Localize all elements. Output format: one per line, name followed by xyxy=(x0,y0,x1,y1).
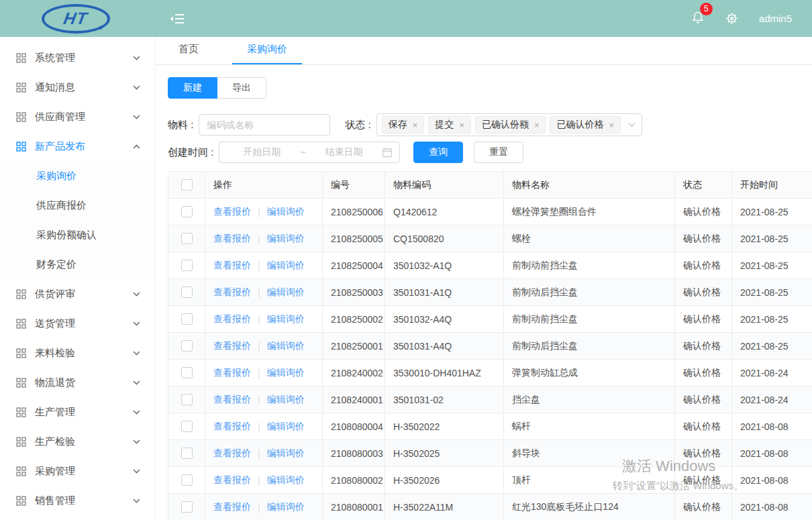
action-divider: | xyxy=(258,314,260,325)
tag-close-icon[interactable]: × xyxy=(534,121,540,129)
view-quote-link[interactable]: 查看报价 xyxy=(213,340,251,352)
row-checkbox[interactable] xyxy=(181,394,193,405)
company-logo[interactable]: HT xyxy=(42,4,110,34)
edit-inquiry-link[interactable]: 编辑询价 xyxy=(267,474,305,486)
view-quote-link[interactable]: 查看报价 xyxy=(213,287,251,299)
settings-button[interactable] xyxy=(725,11,739,25)
filter-row-date: 创建时间 : 开始日期 ~ 结束日期 查询 重置 xyxy=(168,142,812,163)
edit-inquiry-link[interactable]: 编辑询价 xyxy=(267,421,305,433)
sidebar-item-13[interactable]: 生产管理 xyxy=(0,397,155,427)
view-quote-link[interactable]: 查看报价 xyxy=(213,313,251,325)
tab-home[interactable]: 首页 xyxy=(173,43,204,64)
toolbar: 新建 导出 xyxy=(168,77,812,99)
sidebar-item-11[interactable]: 来料检验 xyxy=(0,338,155,368)
sidebar-item-label: 采购管理 xyxy=(35,465,133,478)
sidebar-item-15[interactable]: 采购管理 xyxy=(0,456,155,486)
grid-icon xyxy=(16,407,26,417)
sidebar-collapse-button[interactable] xyxy=(169,12,185,25)
view-quote-link[interactable]: 查看报价 xyxy=(213,206,251,218)
reset-button[interactable]: 重置 xyxy=(474,142,523,163)
cell-start-time: 2021-08-08 xyxy=(732,494,812,520)
status-tag[interactable]: 保存 × xyxy=(382,116,425,134)
status-multiselect[interactable]: 保存 × 提交 × 已确认份额 × 已确认价格 × xyxy=(376,113,642,136)
sidebar-item-12[interactable]: 物流退货 xyxy=(0,368,155,397)
edit-inquiry-link[interactable]: 编辑询价 xyxy=(267,394,305,406)
row-checkbox[interactable] xyxy=(181,501,193,513)
cell-number: 2108080002 xyxy=(323,467,385,494)
row-checkbox[interactable] xyxy=(181,206,193,217)
action-divider: | xyxy=(258,260,260,271)
edit-inquiry-link[interactable]: 编辑询价 xyxy=(267,287,305,299)
sidebar-item-2[interactable]: 通知消息 xyxy=(0,72,155,102)
action-divider: | xyxy=(258,502,260,513)
edit-inquiry-link[interactable]: 编辑询价 xyxy=(267,448,305,460)
row-actions: 查看报价 | 编辑询价 xyxy=(213,474,314,486)
table-row: 查看报价 | 编辑询价 2108250006 Q1420612 螺栓弹簧垫圈组合… xyxy=(168,199,812,225)
edit-inquiry-link[interactable]: 编辑询价 xyxy=(267,313,305,325)
grid-icon xyxy=(16,466,26,476)
view-quote-link[interactable]: 查看报价 xyxy=(213,474,251,486)
sidebar-item-7[interactable]: 采购份额确认 xyxy=(0,220,155,250)
sidebar-item-10[interactable]: 送货管理 xyxy=(0,309,155,338)
column-material-code: 物料编码 xyxy=(385,172,504,199)
edit-inquiry-link[interactable]: 编辑询价 xyxy=(267,340,305,352)
user-menu[interactable]: admin5 xyxy=(759,13,792,24)
row-checkbox[interactable] xyxy=(181,260,193,271)
row-checkbox[interactable] xyxy=(181,233,193,244)
tag-close-icon[interactable]: × xyxy=(459,121,464,129)
sidebar-item-14[interactable]: 生产检验 xyxy=(0,427,155,456)
edit-inquiry-link[interactable]: 编辑询价 xyxy=(267,260,305,272)
material-input[interactable] xyxy=(199,114,330,136)
table-header-row: 操作 编号 物料编码 物料名称 状态 开始时间 xyxy=(168,172,812,199)
row-checkbox[interactable] xyxy=(181,448,193,459)
cell-status: 确认价格 xyxy=(675,467,732,494)
status-tag[interactable]: 已确认份额 × xyxy=(475,116,546,134)
edit-inquiry-link[interactable]: 编辑询价 xyxy=(267,233,305,245)
cell-status: 确认价格 xyxy=(675,279,732,306)
new-button[interactable]: 新建 xyxy=(168,77,217,99)
cell-start-time: 2021-08-25 xyxy=(732,279,812,306)
sidebar-item-6[interactable]: 供应商报价 xyxy=(0,191,155,220)
row-checkbox[interactable] xyxy=(181,340,193,352)
view-quote-link[interactable]: 查看报价 xyxy=(213,260,251,272)
sidebar-item-9[interactable]: 供货评审 xyxy=(0,279,155,309)
select-all-checkbox[interactable] xyxy=(181,179,193,191)
row-checkbox[interactable] xyxy=(181,287,193,298)
view-quote-link[interactable]: 查看报价 xyxy=(213,421,251,433)
cell-number: 2108080003 xyxy=(323,440,385,467)
edit-inquiry-link[interactable]: 编辑询价 xyxy=(267,206,305,218)
cell-status: 确认价格 xyxy=(675,199,732,225)
view-quote-link[interactable]: 查看报价 xyxy=(213,501,251,513)
row-checkbox[interactable] xyxy=(181,313,193,325)
sidebar-item-1[interactable]: 系统管理 xyxy=(0,43,155,72)
view-quote-link[interactable]: 查看报价 xyxy=(213,394,251,406)
row-checkbox[interactable] xyxy=(181,367,193,378)
cell-material-code: Q1420612 xyxy=(385,199,504,225)
view-quote-link[interactable]: 查看报价 xyxy=(213,448,251,460)
sidebar-item-4[interactable]: 新产品发布 xyxy=(0,132,155,161)
edit-inquiry-link[interactable]: 编辑询价 xyxy=(267,367,305,379)
status-tag-label: 提交 xyxy=(435,119,454,131)
notifications-button[interactable]: 5 xyxy=(691,10,705,28)
tab-purchase-inquiry[interactable]: 采购询价 xyxy=(242,43,293,64)
status-tag[interactable]: 提交 × xyxy=(428,116,471,134)
sidebar-item-8[interactable]: 财务定价 xyxy=(0,250,155,279)
tag-close-icon[interactable]: × xyxy=(609,121,614,129)
sidebar-item-5[interactable]: 采购询价 xyxy=(0,161,155,191)
sidebar-item-3[interactable]: 供应商管理 xyxy=(0,102,155,132)
gear-icon xyxy=(725,11,739,25)
edit-inquiry-link[interactable]: 编辑询价 xyxy=(267,501,305,513)
tag-close-icon[interactable]: × xyxy=(413,121,418,129)
export-button[interactable]: 导出 xyxy=(217,77,266,99)
sidebar-item-16[interactable]: 销售管理 xyxy=(0,486,155,515)
status-tag[interactable]: 已确认价格 × xyxy=(550,116,621,134)
view-quote-link[interactable]: 查看报价 xyxy=(213,367,251,379)
date-range-picker[interactable]: 开始日期 ~ 结束日期 xyxy=(219,142,400,163)
cell-material-code: H-3502026 xyxy=(385,467,504,494)
row-checkbox[interactable] xyxy=(181,421,193,432)
view-quote-link[interactable]: 查看报价 xyxy=(213,233,251,245)
action-divider: | xyxy=(258,475,260,486)
action-divider: | xyxy=(258,341,260,352)
search-button[interactable]: 查询 xyxy=(413,142,463,163)
row-checkbox[interactable] xyxy=(181,474,193,486)
